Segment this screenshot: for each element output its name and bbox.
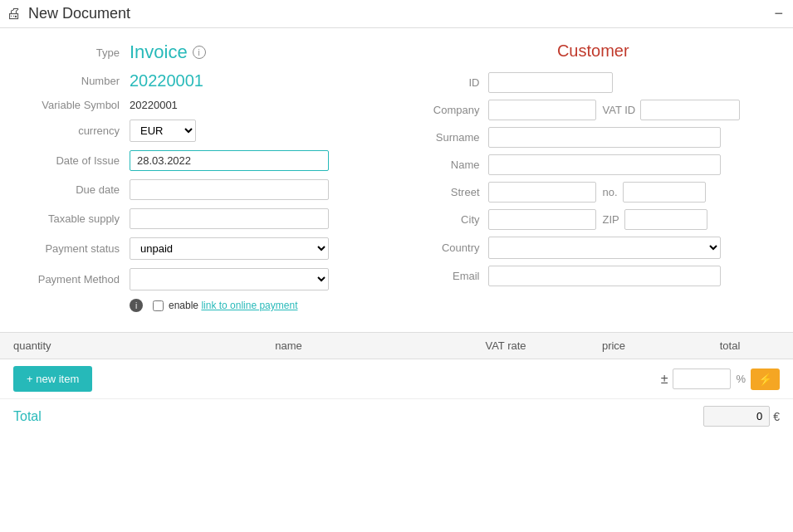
customer-email-input[interactable] [488, 266, 721, 286]
taxable-supply-input[interactable] [130, 208, 329, 229]
date-of-issue-input[interactable] [130, 150, 329, 171]
zip-label: ZIP [603, 213, 619, 226]
taxable-supply-label: Taxable supply [20, 212, 120, 225]
customer-panel: Customer ID Company VAT ID Surname Name … [414, 41, 774, 312]
items-row-actions: ± % ⚡ [661, 368, 780, 390]
customer-street-input[interactable] [488, 182, 596, 203]
customer-country-label: Country [414, 242, 480, 254]
title-bar: 🖨 New Document − [0, 0, 793, 28]
customer-company-row: Company VAT ID [414, 100, 774, 120]
no-label: no. [603, 186, 618, 198]
type-row: Type Invoice i [20, 41, 380, 63]
customer-country-row: Country [414, 237, 774, 259]
type-label: Type [20, 46, 120, 59]
online-payment-label: enable link to online payment [169, 300, 297, 311]
customer-no-input[interactable] [623, 182, 706, 203]
currency-select[interactable]: EUR USD GBP CZK [130, 120, 196, 142]
variable-symbol-row: Variable Symbol 20220001 [20, 99, 380, 111]
minimize-button[interactable]: − [774, 5, 783, 22]
col-name-header: name [113, 339, 464, 352]
online-payment-checkbox[interactable] [153, 300, 164, 311]
number-label: Number [20, 75, 120, 87]
vat-id-label: VAT ID [603, 104, 636, 116]
customer-name-label: Name [414, 159, 480, 171]
taxable-supply-row: Taxable supply [20, 208, 380, 229]
due-date-row: Due date [20, 179, 380, 200]
payment-status-select[interactable]: unpaid paid partial [130, 237, 329, 260]
customer-zip-input[interactable] [624, 209, 707, 230]
customer-company-label: Company [414, 104, 480, 116]
page-title: New Document [28, 5, 130, 22]
customer-id-input[interactable] [488, 72, 613, 93]
payment-method-row: Payment Method [20, 268, 380, 290]
variable-symbol-label: Variable Symbol [20, 99, 120, 111]
currency-label: currency [20, 124, 120, 137]
items-section: quantity name VAT rate price total + new… [0, 332, 793, 433]
customer-city-row: City ZIP [414, 209, 774, 230]
col-price-header: price [547, 339, 680, 352]
col-total-header: total [680, 339, 780, 352]
col-vat-header: VAT rate [464, 339, 547, 352]
type-value: Invoice [130, 41, 188, 63]
number-value: 20220001 [130, 71, 203, 90]
customer-surname-row: Surname [414, 127, 774, 148]
customer-surname-label: Surname [414, 131, 480, 144]
left-panel: Type Invoice i Number 20220001 Variable … [20, 41, 380, 312]
customer-email-row: Email [414, 266, 774, 286]
percent-input[interactable] [673, 368, 731, 389]
customer-email-label: Email [414, 270, 480, 282]
customer-street-label: Street [414, 186, 480, 198]
total-amount-input[interactable] [703, 406, 770, 427]
customer-city-input[interactable] [488, 209, 596, 230]
payment-method-select[interactable] [130, 268, 329, 290]
payment-status-row: Payment status unpaid paid partial [20, 237, 380, 260]
customer-id-row: ID [414, 72, 774, 93]
variable-symbol-value: 20220001 [130, 99, 178, 111]
plusminus-icon[interactable]: ± [661, 372, 668, 387]
due-date-input[interactable] [130, 179, 329, 200]
date-of-issue-row: Date of Issue [20, 150, 380, 171]
number-row: Number 20220001 [20, 71, 380, 90]
total-row: Total € [0, 399, 793, 433]
customer-company-input[interactable] [488, 100, 596, 120]
customer-surname-input[interactable] [488, 127, 721, 148]
online-info-icon[interactable]: i [130, 299, 143, 312]
customer-vat-input[interactable] [640, 100, 740, 120]
items-new-row: + new item ± % ⚡ [0, 359, 793, 399]
percent-label: % [736, 373, 746, 385]
customer-title: Customer [414, 41, 774, 61]
currency-row: currency EUR USD GBP CZK [20, 120, 380, 142]
total-label: Total [13, 409, 42, 424]
customer-name-row: Name [414, 154, 774, 175]
new-item-button[interactable]: + new item [13, 366, 92, 392]
customer-name-input[interactable] [488, 154, 721, 175]
payment-status-label: Payment status [20, 242, 120, 255]
items-header: quantity name VAT rate price total [0, 333, 793, 359]
online-payment-row: i enable link to online payment [130, 299, 380, 312]
document-icon: 🖨 [7, 5, 22, 22]
euro-sign: € [773, 410, 780, 423]
total-amount-area: € [703, 406, 780, 427]
lightning-button[interactable]: ⚡ [751, 368, 780, 390]
due-date-label: Due date [20, 183, 120, 196]
date-of-issue-label: Date of Issue [20, 154, 120, 167]
online-payment-link[interactable]: link to online payment [201, 300, 297, 311]
type-info-icon[interactable]: i [193, 46, 206, 59]
main-content: Type Invoice i Number 20220001 Variable … [0, 28, 793, 325]
customer-id-label: ID [414, 76, 480, 89]
col-quantity-header: quantity [13, 339, 113, 352]
customer-country-select[interactable] [488, 237, 721, 259]
customer-city-label: City [414, 213, 480, 226]
payment-method-label: Payment Method [20, 273, 120, 286]
customer-street-row: Street no. [414, 182, 774, 203]
